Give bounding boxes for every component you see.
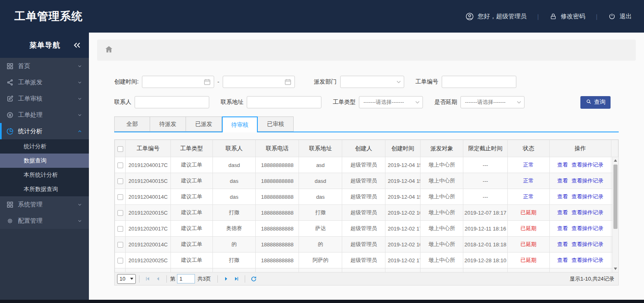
row-checkbox[interactable] (117, 210, 123, 216)
create-time-end-input[interactable] (223, 76, 295, 88)
contact-input[interactable] (135, 96, 209, 108)
last-page-button[interactable] (231, 276, 241, 282)
col-order-no: 工单编号 (126, 140, 171, 157)
search-icon (586, 99, 592, 106)
dispatch-dept-select[interactable] (340, 76, 404, 88)
cell-actions: 查看查看操作记录 (549, 189, 611, 205)
cell-created: 2019-12-02 17 (385, 221, 420, 237)
page-size-select[interactable]: 10 (117, 274, 136, 284)
chevron-down-icon (77, 202, 82, 207)
next-page-button[interactable] (221, 276, 231, 282)
top-bar: 工单管理系统 您好，超级管理员 | 修改密码 | 退出 (0, 0, 644, 33)
create-time-start-input[interactable] (142, 76, 214, 88)
sidebar-subitem-statistics-analysis[interactable]: 统计分析 (0, 139, 89, 154)
sidebar-item-config[interactable]: 配置管理 (0, 213, 89, 229)
view-link[interactable]: 查看 (557, 178, 568, 184)
tab-4[interactable]: 已审核 (258, 116, 294, 132)
cell-address: das (299, 189, 342, 205)
refresh-button[interactable] (248, 276, 259, 282)
view-link[interactable]: 查看 (557, 241, 568, 247)
grid-icon (2, 201, 18, 208)
main-content: 创建时间: - 派发部门 工单编号 (89, 33, 644, 300)
order-type-select[interactable]: -------请选择------- (359, 96, 423, 108)
row-checkbox[interactable] (117, 258, 123, 263)
sidebar-subitem-data-query[interactable]: 数据查询 (0, 154, 89, 168)
cell-contact: 奥德赛 (212, 221, 256, 237)
tab-3[interactable]: 待审核 (222, 116, 258, 132)
tab-0[interactable]: 全部 (114, 116, 150, 132)
address-label: 联系地址 (221, 99, 243, 106)
user-greeting[interactable]: 您好，超级管理员 (465, 12, 527, 21)
address-input[interactable] (247, 96, 321, 108)
total-pages-label: 共3页 (197, 275, 211, 283)
view-log-link[interactable]: 查看操作记录 (571, 225, 603, 231)
search-button[interactable]: 查询 (580, 96, 611, 109)
order-no-input[interactable] (442, 76, 516, 88)
calendar-icon[interactable] (203, 78, 211, 87)
view-link[interactable]: 查看 (557, 225, 568, 231)
calendar-icon[interactable] (284, 78, 292, 87)
contact-label: 联系人 (114, 99, 131, 106)
cell-created: 2019-12-02 16 (385, 237, 420, 253)
scrollbar-thumb[interactable] (613, 165, 617, 229)
row-select-cell (115, 253, 126, 268)
view-log-link[interactable]: 查看操作记录 (571, 257, 603, 263)
view-log-link[interactable]: 查看操作记录 (571, 241, 603, 247)
prev-page-button[interactable] (153, 276, 163, 282)
table-row: 201912020014C 建议工单 的 18888888888 的 超级管理员… (115, 237, 618, 253)
divider (245, 275, 245, 283)
row-checkbox[interactable] (117, 226, 123, 232)
table-scrollbar[interactable] (612, 157, 618, 272)
sidebar-subitem-local-data-query[interactable]: 本所数据查询 (0, 182, 89, 196)
cell-deadline: 2019-12-28 18:10 (463, 253, 508, 268)
tab-2[interactable]: 已派发 (186, 116, 222, 132)
first-page-button[interactable] (143, 276, 153, 282)
status-badge: 已延期 (520, 209, 536, 215)
cell-target: 墩上中心所 (420, 205, 463, 221)
table-row: 201912040017C 建议工单 dasd 18888888888 asd … (115, 157, 618, 173)
row-checkbox[interactable] (117, 178, 123, 184)
sidebar-item-statistics[interactable]: 统计分析 (0, 123, 89, 139)
edit-icon (2, 95, 18, 102)
view-link[interactable]: 查看 (557, 257, 568, 263)
view-link[interactable]: 查看 (557, 162, 568, 168)
user-icon (465, 12, 474, 21)
view-log-link[interactable]: 查看操作记录 (571, 209, 603, 215)
chevron-down-icon (130, 278, 133, 280)
scroll-down-icon[interactable] (614, 268, 617, 270)
row-checkbox[interactable] (117, 242, 123, 248)
sidebar-item-home[interactable]: 首页 (0, 58, 89, 74)
change-password-button[interactable]: 修改密码 (549, 13, 585, 20)
col-contact: 联系人 (212, 140, 256, 157)
view-log-link[interactable]: 查看操作记录 (571, 193, 603, 200)
sidebar-item-review[interactable]: 工单审核 (0, 90, 89, 107)
cell-order-type: 建议工单 (170, 157, 212, 173)
sidebar-item-system[interactable]: 系统管理 (0, 196, 89, 213)
dispatch-dept-label: 派发部门 (314, 78, 337, 86)
page-number-input[interactable] (177, 274, 195, 283)
cell-status: 已延期 (507, 205, 549, 221)
col-target: 派发对象 (420, 140, 463, 157)
view-link[interactable]: 查看 (557, 193, 568, 200)
cell-created: 2019-12-04 15 (385, 189, 420, 205)
sidebar-subitem-local-statistics[interactable]: 本所统计分析 (0, 168, 89, 182)
select-all-checkbox[interactable] (117, 146, 123, 152)
cell-status: 已延期 (507, 237, 549, 253)
scroll-up-icon[interactable] (614, 159, 617, 162)
row-checkbox[interactable] (117, 162, 123, 168)
delay-select[interactable]: -------请选择------- (460, 96, 524, 108)
row-checkbox[interactable] (117, 194, 123, 200)
view-log-link[interactable]: 查看操作记录 (571, 178, 603, 184)
logout-button[interactable]: 退出 (608, 13, 632, 20)
status-badge: 正常 (523, 178, 534, 184)
cell-deadline: 2018-12-01 18:18 (463, 237, 508, 253)
collapse-sidebar-icon[interactable] (73, 41, 82, 50)
sidebar-item-process[interactable]: 工单处理 (0, 107, 89, 123)
view-link[interactable]: 查看 (557, 209, 568, 215)
divider (139, 275, 139, 283)
view-log-link[interactable]: 查看操作记录 (571, 162, 603, 168)
sidebar-item-dispatch[interactable]: 工单派发 (0, 74, 89, 90)
sidebar-title: 菜单导航 (29, 40, 60, 50)
home-icon[interactable] (104, 45, 113, 55)
tab-1[interactable]: 待派发 (150, 116, 186, 132)
